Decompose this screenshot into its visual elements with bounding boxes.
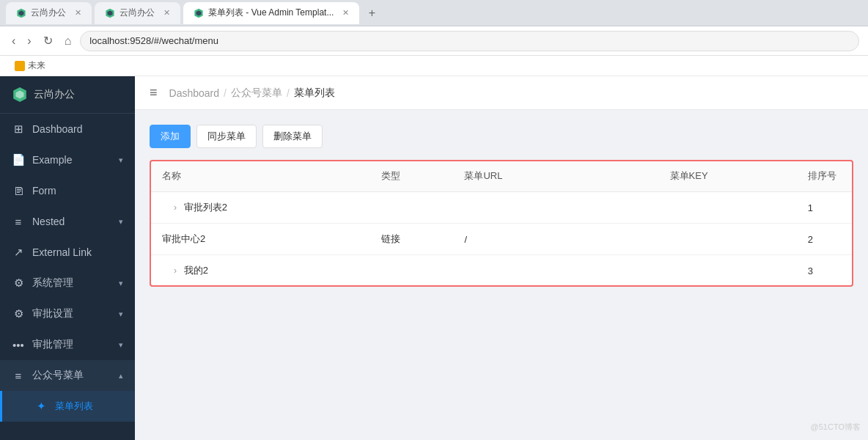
sidebar-label-approval-settings: 审批设置 [32,307,111,320]
breadcrumb-sep2: / [287,87,290,99]
breadcrumb: Dashboard / 公众号菜单 / 菜单列表 [169,87,335,100]
add-button[interactable]: 添加 [150,125,191,148]
row1-name-text: 审批列表2 [184,202,227,213]
delete-button[interactable]: 删除菜单 [262,125,323,148]
doc-icon: 📄 [12,153,25,166]
breadcrumb-sep1: / [224,87,227,99]
logo-icon [12,87,28,103]
sidebar-label-wechat-menu: 公众号菜单 [32,369,111,382]
gear2-icon: ⚙ [12,307,25,320]
sidebar-logo: 云尚办公 [0,76,135,114]
tab1-close[interactable]: ✕ [75,8,81,18]
tab-2[interactable]: 云尚办公 ✕ [95,2,180,24]
sidebar-item-form[interactable]: 🖹 Form [0,175,135,206]
back-button[interactable]: ‹ [9,32,18,51]
reload-button[interactable]: ↻ [40,31,56,51]
dots-icon: ••• [12,338,25,351]
bookmark-folder-icon [15,61,25,71]
bookmark-bar: 未来 [0,56,868,76]
app-layout: 云尚办公 ⊞ Dashboard 📄 Example ▾ 🖹 Form ≡ Ne… [0,76,868,440]
table-row-3[interactable]: › 我的2 3 [150,255,853,287]
row1-expand-icon[interactable]: › [174,202,177,213]
tab-1[interactable]: 云尚办公 ✕ [6,2,92,24]
sidebar-item-dashboard[interactable]: ⊞ Dashboard [0,114,135,144]
main-area: ≡ Dashboard / 公众号菜单 / 菜单列表 添加 同步菜单 删除菜单 [135,76,868,440]
row1-type [369,192,453,224]
breadcrumb-wechat-menu[interactable]: 公众号菜单 [231,87,282,100]
system-arrow-icon: ▾ [119,279,123,288]
browser-nav: ‹ › ↻ ⌂ localhost:9528/#/wechat/menu [0,26,868,56]
nested-arrow-icon: ▾ [119,217,123,227]
tab3-close[interactable]: ✕ [342,8,349,18]
row2-url: / [452,224,658,255]
table-header-row: 名称 类型 菜单URL 菜单KEY 排序号 [150,161,853,192]
col-header-name: 名称 [150,161,369,192]
col-header-url: 菜单URL [452,161,658,192]
table-row-1[interactable]: › 审批列表2 1 [150,192,853,224]
example-arrow-icon: ▾ [119,155,123,165]
approval-manage-arrow-icon: ▾ [119,340,123,350]
approval-settings-arrow-icon: ▾ [119,309,123,319]
tab2-icon [105,8,115,18]
action-bar: 添加 同步菜单 删除菜单 [150,125,853,148]
table-body: › 审批列表2 1 审批中心2 链接 [150,192,853,287]
sidebar-label-system: 系统管理 [32,276,111,290]
new-tab-button[interactable]: + [362,4,381,23]
grid-icon: ⊞ [12,122,25,136]
row2-name-text: 审批中心2 [162,233,205,244]
tab2-close[interactable]: ✕ [163,8,170,18]
nested-icon: ≡ [12,215,25,228]
table: 名称 类型 菜单URL 菜单KEY 排序号 › 审批列表2 [150,161,853,286]
row1-key [658,192,796,224]
sidebar-sub-wechat-menu: ✦ 菜单列表 [0,391,135,422]
sidebar-menu: ⊞ Dashboard 📄 Example ▾ 🖹 Form ≡ Nested … [0,114,135,440]
hamburger-icon[interactable]: ≡ [150,85,158,100]
sidebar-item-approval-settings[interactable]: ⚙ 审批设置 ▾ [0,298,135,329]
row3-name: › 我的2 [150,255,369,287]
sidebar-item-external-link[interactable]: ↗ External Link [0,237,135,268]
row2-name: 审批中心2 [150,224,369,255]
row2-key [658,224,796,255]
row1-url [452,192,658,224]
tab2-label: 云尚办公 [119,7,155,19]
breadcrumb-current: 菜单列表 [294,87,335,100]
col-header-sort: 排序号 [796,161,853,192]
address-bar[interactable]: localhost:9528/#/wechat/menu [80,31,859,51]
sidebar-logo-text: 云尚办公 [34,88,75,101]
sidebar-item-example[interactable]: 📄 Example ▾ [0,144,135,175]
sidebar-item-menu-list[interactable]: ✦ 菜单列表 [0,391,135,422]
gear-icon: ⚙ [12,276,25,290]
tab-3[interactable]: 菜单列表 - Vue Admin Templat... ✕ [183,2,359,24]
tab3-icon [194,8,204,18]
col-header-type: 类型 [369,161,453,192]
tab1-icon [16,8,26,18]
page-header: ≡ Dashboard / 公众号菜单 / 菜单列表 [135,76,868,110]
row3-expand-icon[interactable]: › [174,265,177,276]
sync-button[interactable]: 同步菜单 [196,125,257,148]
sidebar-label-approval-manage: 审批管理 [32,338,111,351]
breadcrumb-dashboard[interactable]: Dashboard [169,87,220,99]
forward-button[interactable]: › [24,32,34,51]
row3-name-text: 我的2 [184,265,208,276]
home-button[interactable]: ⌂ [62,32,75,51]
sidebar-item-wechat-menu[interactable]: ≡ 公众号菜单 ▴ [0,360,135,391]
sidebar-item-system[interactable]: ⚙ 系统管理 ▾ [0,268,135,298]
table-row-2[interactable]: 审批中心2 链接 / 2 [150,224,853,255]
sidebar-label-form: Form [32,185,123,197]
tab1-label: 云尚办公 [31,7,66,19]
sidebar-label-nested: Nested [32,216,111,227]
sidebar-item-nested[interactable]: ≡ Nested ▾ [0,206,135,237]
row2-type: 链接 [369,224,453,255]
col-header-key: 菜单KEY [658,161,796,192]
plus-icon: ✦ [34,400,48,413]
menu-icon: ≡ [12,369,25,382]
row3-url [452,255,658,287]
row1-sort: 1 [796,192,853,224]
sidebar-item-approval-manage[interactable]: ••• 审批管理 ▾ [0,329,135,360]
link-icon: ↗ [12,246,25,259]
bookmark-label: 未来 [28,59,45,72]
sidebar: 云尚办公 ⊞ Dashboard 📄 Example ▾ 🖹 Form ≡ Ne… [0,76,135,440]
row3-type [369,255,453,287]
bookmark-weilai[interactable]: 未来 [9,58,51,73]
address-text: localhost:9528/#/wechat/menu [89,35,218,46]
